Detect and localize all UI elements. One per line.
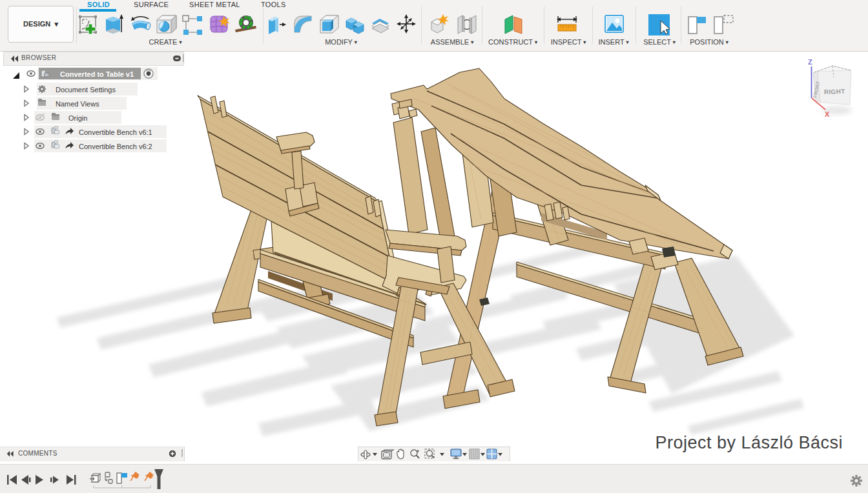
svg-text:R: R [247, 15, 251, 21]
svg-text:Convertible Bench v6:1: Convertible Bench v6:1 [79, 128, 152, 136]
svg-text:X: X [825, 110, 830, 118]
svg-text:Document Settings: Document Settings [56, 86, 116, 94]
svg-text:Z: Z [808, 58, 812, 66]
svg-text:Converted to Table v1: Converted to Table v1 [60, 70, 134, 78]
svg-text:O: O [249, 23, 253, 28]
svg-text:Named Views: Named Views [56, 100, 99, 108]
svg-text:RIGHT: RIGHT [824, 88, 845, 96]
svg-text:Convertible Bench v6:2: Convertible Bench v6:2 [79, 143, 152, 150]
svg-text:Project by László Bácsi: Project by László Bácsi [655, 433, 843, 452]
svg-text:P: P [239, 19, 243, 25]
svg-text:Origin: Origin [68, 114, 87, 122]
